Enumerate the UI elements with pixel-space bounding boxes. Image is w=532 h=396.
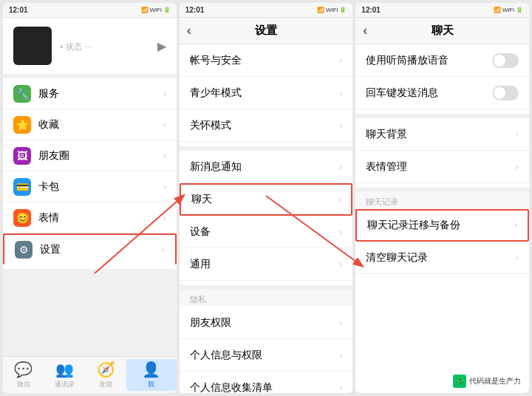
personal-collect-label: 个人信息收集清单 [190, 381, 340, 394]
time-2: 12:01 [185, 6, 205, 14]
moments-label: 朋友圈 [38, 149, 163, 163]
back-button-chat[interactable]: ‹ [363, 23, 367, 38]
settings-care[interactable]: 关怀模式 › [180, 109, 353, 142]
tab-bar-1: 💬 微信 👥 通讯录 🧭 发现 👤 我 [3, 356, 177, 393]
enter-send-label: 回车键发送消息 [366, 86, 492, 100]
clear-records-arrow: › [516, 253, 519, 263]
general-arrow: › [339, 259, 342, 270]
records-header: 聊天记录 [355, 192, 529, 209]
settings-notification[interactable]: 新消息通知 › [180, 151, 353, 183]
personal-info-label: 个人信息与权限 [190, 349, 340, 362]
voice-play-label: 使用听筒播放语音 [366, 54, 492, 67]
migrate-backup-item[interactable]: 聊天记录迁移与备份 › [355, 209, 529, 242]
status-bar-2: 12:01 📶 WiFi 🔋 [180, 3, 353, 18]
enter-send-toggle[interactable] [492, 86, 519, 100]
settings-chat[interactable]: 聊天 › [180, 183, 353, 216]
services-label: 服务 [38, 87, 163, 100]
migrate-backup-label: 聊天记录迁移与备份 [367, 219, 514, 232]
services-icon: 🔧 [13, 85, 31, 103]
tab-discover[interactable]: 🧭 发现 [85, 361, 126, 389]
teen-arrow: › [339, 88, 342, 98]
notification-label: 新消息通知 [190, 160, 340, 174]
moments-arrow: › [163, 151, 166, 161]
menu-emoji[interactable]: 😊 表情 › [3, 202, 177, 233]
settings-device[interactable]: 设备 › [180, 216, 353, 248]
clear-records-label: 清空聊天记录 [366, 251, 516, 264]
screen-settings: 12:01 📶 WiFi 🔋 ‹ 设置 帐号与安全 › 青少年模式 › [180, 3, 353, 393]
screen-chat-settings: 12:01 📶 WiFi 🔋 ‹ 聊天 使用听筒播放语音 回车键发送消息 [355, 3, 529, 393]
wechat-tab-icon: 💬 [14, 361, 33, 378]
friends-perm-label: 朋友权限 [190, 316, 340, 330]
settings-account[interactable]: 帐号与安全 › [180, 44, 353, 77]
status-bar-1: 12:01 📶 WiFi 🔋 [3, 3, 177, 18]
contacts-tab-label: 通讯录 [55, 380, 75, 389]
chat-settings-list: 使用听筒播放语音 回车键发送消息 聊天背景 › 表情管理 › [355, 44, 529, 393]
profile-info: + 状态 ··· [59, 40, 150, 52]
me-tab-label: 我 [148, 380, 154, 389]
screens-container: 12:01 📶 WiFi 🔋 + 状态 ··· ▶ 🔧 服务 › [0, 0, 532, 396]
emoji-mgmt-label: 表情管理 [366, 160, 516, 174]
profile-section[interactable]: + 状态 ··· ▶ [3, 18, 177, 78]
settings-icon: ⚙ [15, 241, 33, 259]
settings-label: 设置 [40, 243, 162, 256]
chat-bg-arrow: › [516, 129, 519, 140]
tab-wechat[interactable]: 💬 微信 [3, 361, 44, 389]
settings-friends-perm[interactable]: 朋友权限 › [180, 307, 353, 339]
settings-personal-info[interactable]: 个人信息与权限 › [180, 339, 353, 372]
settings-group-2: 新消息通知 › 聊天 › 设备 › 通用 › [180, 151, 353, 281]
clear-records-item[interactable]: 清空聊天记录 › [355, 242, 529, 274]
watermark: 🐉 代码就是生产力 [448, 372, 526, 390]
menu-favorites[interactable]: ⭐ 收藏 › [3, 109, 177, 140]
personal-info-arrow: › [339, 350, 342, 361]
back-button-settings[interactable]: ‹ [187, 23, 191, 38]
status-icons-3: 📶 WiFi 🔋 [494, 7, 523, 13]
status-icons-1: 📶 WiFi 🔋 [141, 7, 171, 13]
care-arrow: › [339, 120, 342, 131]
settings-general[interactable]: 通用 › [180, 248, 353, 281]
status-icons-2: 📶 WiFi 🔋 [317, 7, 347, 13]
watermark-text: 代码就是生产力 [469, 376, 521, 386]
chat-plain-items: 聊天背景 › 表情管理 › [355, 118, 529, 183]
enter-send-item: 回车键发送消息 [355, 77, 529, 109]
record-items: 聊天记录迁移与备份 › 清空聊天记录 › [355, 209, 529, 274]
favorites-arrow: › [163, 120, 166, 130]
care-label: 关怀模式 [190, 119, 340, 132]
watermark-icon: 🐉 [453, 375, 466, 388]
chat-toggles: 使用听筒播放语音 回车键发送消息 [355, 44, 529, 109]
nav-bar-settings: ‹ 设置 [180, 18, 353, 44]
tab-contacts[interactable]: 👥 通讯录 [44, 361, 86, 389]
emoji-mgmt-arrow: › [516, 162, 519, 172]
settings-group-1: 帐号与安全 › 青少年模式 › 关怀模式 › [180, 44, 353, 142]
status-bar-3: 12:01 📶 WiFi 🔋 [355, 3, 529, 18]
favorites-icon: ⭐ [13, 116, 31, 134]
menu-moments[interactable]: 🖼 朋友圈 › [3, 140, 177, 171]
friends-perm-arrow: › [339, 318, 342, 328]
settings-teen[interactable]: 青少年模式 › [180, 77, 353, 109]
emoji-mgmt-item[interactable]: 表情管理 › [355, 151, 529, 183]
nav-bar-chat: ‹ 聊天 [355, 18, 529, 44]
favorites-label: 收藏 [38, 118, 163, 132]
personal-collect-arrow: › [339, 383, 342, 393]
menu-settings[interactable]: ⚙ 设置 › [3, 233, 177, 264]
me-tab-icon: 👤 [142, 361, 160, 378]
general-label: 通用 [190, 258, 340, 271]
card-arrow: › [163, 182, 166, 192]
avatar [13, 27, 52, 65]
settings-personal-collect[interactable]: 个人信息收集清单 › [180, 372, 353, 393]
menu-list: 🔧 服务 › ⭐ 收藏 › 🖼 朋友圈 › 💳 卡包 › 😊 表情 [3, 78, 177, 264]
emoji-label: 表情 [38, 211, 163, 225]
chat-label: 聊天 [191, 193, 338, 206]
voice-play-toggle[interactable] [492, 53, 519, 68]
tab-me[interactable]: 👤 我 [126, 359, 177, 391]
profile-status[interactable]: + 状态 ··· [59, 41, 150, 52]
chat-bg-item[interactable]: 聊天背景 › [355, 118, 529, 151]
contacts-tab-icon: 👥 [55, 361, 74, 378]
notification-arrow: › [339, 162, 342, 172]
discover-tab-label: 发现 [99, 380, 112, 389]
qr-icon[interactable]: ▶ [157, 39, 166, 53]
card-label: 卡包 [38, 180, 163, 194]
moments-icon: 🖼 [13, 147, 31, 165]
menu-card[interactable]: 💳 卡包 › [3, 171, 177, 202]
menu-services[interactable]: 🔧 服务 › [3, 78, 177, 109]
settings-arrow: › [162, 245, 165, 255]
